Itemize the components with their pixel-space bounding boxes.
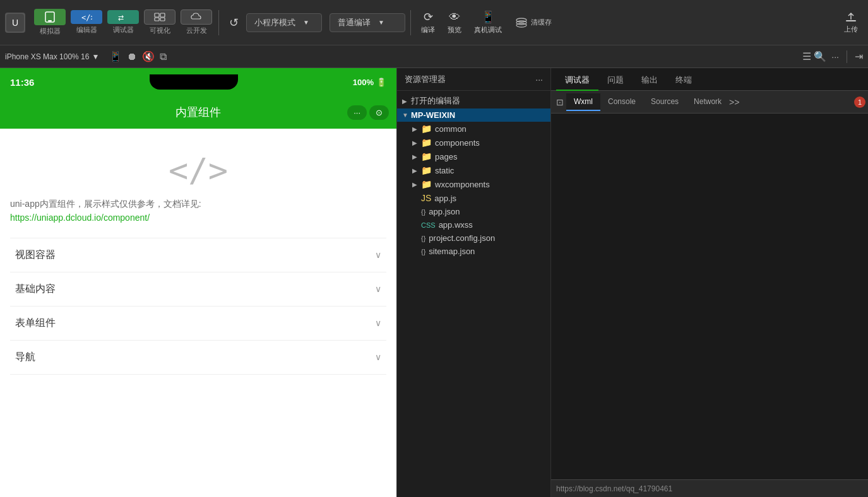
cloud-button[interactable]	[181, 9, 212, 25]
device-selector[interactable]: iPhone XS Max 100% 16 ▼	[5, 52, 99, 61]
record-button[interactable]: ⏺	[127, 50, 137, 62]
search-button[interactable]: 🔍	[814, 50, 826, 62]
phone-status-time: 11:36	[10, 77, 34, 88]
phone-menu-button[interactable]: ···	[347, 105, 367, 120]
tree-item-appwxss[interactable]: ▶ CSS app.wxss	[407, 218, 550, 231]
clear-cache-button[interactable]: 清缓存	[509, 13, 557, 32]
compile-dropdown-label: 普通编译	[338, 17, 371, 28]
tab-terminal[interactable]: 终端	[667, 71, 701, 91]
simulator-group: 模拟器	[34, 9, 66, 36]
phone-home-button[interactable]: ⊙	[369, 105, 389, 120]
components-arrow: ▶	[412, 139, 421, 146]
tree-item-projectconfig[interactable]: ▶ {} project.config.json	[407, 231, 550, 245]
phone-content: </> uni-app内置组件，展示样式仅供参考，文档详见: https://u…	[0, 129, 396, 497]
phone-header-title: 内置组件	[175, 105, 221, 120]
compile-icon: ⟳	[424, 10, 433, 24]
compile-dropdown[interactable]: 普通编译 ▼	[330, 13, 405, 32]
common-arrow: ▶	[412, 126, 421, 132]
phone-description-link[interactable]: https://uniapp.dcloud.io/component/	[10, 213, 150, 223]
debug-url-bar: https://blog.csdn.net/qq_41790461	[551, 479, 868, 497]
tree-section-open-editors[interactable]: ▶ 打开的编辑器	[397, 93, 550, 108]
duplicate-button[interactable]: ⧉	[160, 50, 167, 62]
phone-code-icon: </>	[10, 151, 386, 189]
audio-button[interactable]: 🔇	[142, 50, 155, 62]
error-badge: 1	[854, 96, 865, 108]
folder-icon-wxcomponents: 📁	[421, 179, 432, 189]
refresh-button[interactable]: ↺	[224, 13, 244, 32]
phone-home-icon: ⊙	[376, 108, 383, 117]
tree-item-sitemap[interactable]: ▶ {} sitemap.json	[407, 245, 550, 258]
file-tree-title: 资源管理器	[405, 74, 446, 85]
phone-status-right: 100% 🔋	[353, 78, 386, 87]
wxcomponents-label: wxcomponents	[435, 180, 490, 189]
devtools-tab-wxml[interactable]: Wxml	[566, 93, 600, 111]
svg-rect-7	[160, 13, 165, 17]
separator-1	[218, 10, 219, 35]
pages-arrow: ▶	[412, 153, 421, 160]
debug-group: ⇄ 调试器	[107, 10, 139, 35]
file-tree-more-button[interactable]: ···	[535, 74, 543, 85]
pages-label: pages	[435, 152, 457, 161]
upload-button[interactable]: 上传	[839, 8, 863, 37]
devtools-more-button[interactable]: >>	[729, 97, 739, 107]
preview-button-label: 预览	[448, 25, 461, 35]
devtools-inspect-button[interactable]: ⊡	[554, 95, 566, 110]
device-debug-button[interactable]: 📱 真机调试	[469, 8, 507, 37]
file-tree-actions: ···	[535, 74, 543, 85]
visual-button[interactable]	[144, 9, 175, 25]
tree-item-components[interactable]: ▶ 📁 components	[407, 136, 550, 149]
tree-item-common[interactable]: ▶ 📁 common	[407, 122, 550, 136]
devtools-tab-console[interactable]: Console	[600, 93, 643, 111]
preview-icon: 👁	[449, 11, 460, 24]
svg-rect-13	[846, 20, 856, 21]
phone-accordion: 视图容器 ∨ 基础内容 ∨ 表单组件 ∨ 导航 ∨	[10, 238, 386, 375]
tree-section-mp-weixin[interactable]: ▼ MP-WEIXIN	[397, 108, 550, 122]
debug-button[interactable]: ⇄	[107, 10, 139, 24]
phone-status-bar: 11:36 100% 🔋	[0, 68, 396, 96]
projectconfig-label: project.config.json	[429, 233, 495, 243]
editor-button[interactable]: </>	[71, 10, 102, 24]
css-file-icon: CSS	[421, 221, 436, 229]
tree-item-static[interactable]: ▶ 📁 static	[407, 163, 550, 177]
compile-button[interactable]: ⟳ 编译	[416, 8, 440, 37]
appjs-label: app.js	[434, 194, 456, 203]
svg-rect-6	[155, 13, 159, 17]
devtools-tab-network[interactable]: Network	[686, 93, 729, 111]
compile-dropdown-arrow: ▼	[378, 19, 384, 26]
layers-icon	[514, 16, 528, 30]
debug-content	[551, 114, 868, 479]
tab-output[interactable]: 输出	[633, 71, 667, 91]
tab-issues[interactable]: 问题	[598, 71, 633, 91]
device-debug-label: 真机调试	[474, 25, 502, 35]
tree-item-pages[interactable]: ▶ 📁 pages	[407, 149, 550, 163]
tab-debugger[interactable]: 调试器	[556, 71, 598, 91]
upload-label: 上传	[844, 25, 858, 34]
file-tree-header: 资源管理器 ···	[397, 68, 550, 91]
tree-item-wxcomponents[interactable]: ▶ 📁 wxcomponents	[407, 177, 550, 191]
appwxss-label: app.wxss	[439, 220, 473, 230]
device-selector-arrow: ▼	[92, 52, 99, 61]
accordion-item-3[interactable]: 导航 ∨	[10, 341, 386, 375]
cloud-group: 云开发	[181, 9, 212, 35]
list-view-button[interactable]: ☰	[802, 50, 811, 62]
phone-view-button[interactable]: 📱	[109, 50, 122, 62]
tree-item-appjs[interactable]: ▶ JS app.js	[407, 191, 550, 205]
accordion-item-0[interactable]: 视图容器 ∨	[10, 238, 386, 272]
debug-panel: 调试器 问题 输出 终端 ⊡ Wxml Console Sources Netw…	[551, 68, 868, 497]
device-more-button[interactable]: ···	[831, 52, 839, 62]
device-bar-right: ☰ 🔍 ··· ⇥	[802, 50, 863, 63]
file-tree-content: ▶ 打开的编辑器 ▼ MP-WEIXIN ▶ 📁 common ▶ 📁 comp…	[397, 91, 550, 497]
devtools-tab-sources[interactable]: Sources	[643, 93, 686, 111]
json-file-icon-2: {}	[421, 235, 425, 242]
accordion-item-2[interactable]: 表单组件 ∨	[10, 307, 386, 341]
accordion-item-1[interactable]: 基础内容 ∨	[10, 272, 386, 307]
folder-icon-components: 📁	[421, 137, 432, 148]
phone-frame: 11:36 100% 🔋 内置组件 ··· ⊙	[0, 68, 396, 497]
simulator-button[interactable]	[34, 9, 66, 25]
tree-item-appjson[interactable]: ▶ {} app.json	[407, 205, 550, 218]
expand-button[interactable]: ⇥	[855, 50, 863, 62]
mode-dropdown[interactable]: 小程序模式 ▼	[246, 13, 322, 32]
svg-rect-8	[155, 18, 159, 21]
preview-button[interactable]: 👁 预览	[443, 8, 467, 37]
svg-text:⇄: ⇄	[118, 14, 124, 21]
